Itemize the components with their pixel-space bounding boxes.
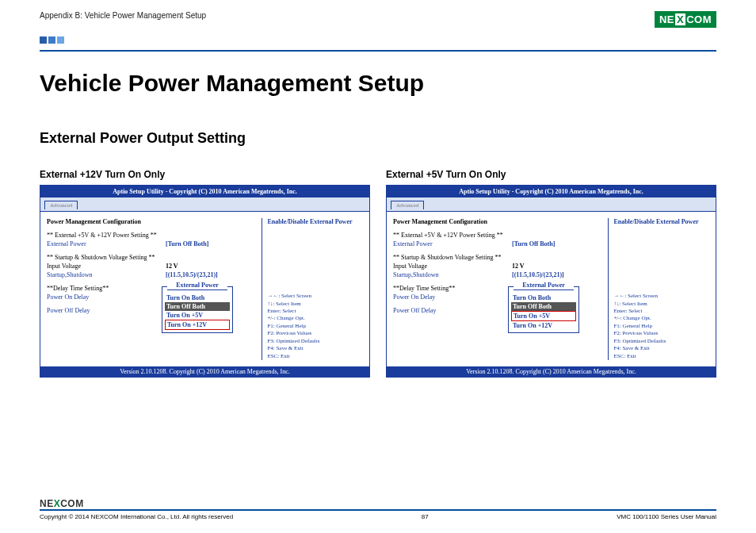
bios-tab-row: Advanced [40, 197, 369, 212]
popup-item[interactable]: Turn Off Both [511, 302, 576, 311]
header-rule [40, 50, 716, 52]
row-external-power[interactable]: External Power[Turn Off Both] [47, 240, 257, 247]
decorative-squares [40, 33, 716, 47]
popup-item[interactable]: Turn On +12V [165, 320, 230, 330]
bios-version: Version 2.10.1208. Copyright (C) 2010 Am… [387, 366, 716, 377]
external-power-popup: External PowerTurn On BothTurn Off BothT… [162, 286, 233, 333]
page-footer: NEXCOM Copyright © 2014 NEXCOM Internati… [0, 498, 756, 533]
popup-item[interactable]: Turn On Both [165, 293, 230, 302]
section-title: External Power Output Setting [40, 130, 716, 147]
bios-titlebar: Aptio Setup Utility - Copyright (C) 2010… [387, 186, 716, 197]
bios-panel-a: Aptio Setup Utility - Copyright (C) 2010… [40, 185, 370, 378]
logo-part-post: COM [686, 13, 712, 25]
popup-title: External Power [167, 281, 227, 290]
row-input-voltage: Input Voltage12 V [47, 263, 257, 270]
row-input-voltage: Input Voltage12 V [393, 263, 603, 270]
bios-version: Version 2.10.1208. Copyright (C) 2010 Am… [40, 366, 369, 377]
panel-b-col: External +5V Turn On Only Aptio Setup Ut… [386, 169, 716, 378]
popup-item[interactable]: Turn Off Both [165, 302, 230, 311]
bios-tab-row: Advanced [387, 197, 716, 212]
row-startup-shutdown[interactable]: Startup,Shutdown[(11.5,10.5)/(23,21)] [393, 271, 603, 278]
footer-page-no: 87 [422, 513, 429, 520]
popup-item[interactable]: Turn On Both [511, 293, 576, 302]
cfg-section-head: Power Management Configuration [393, 218, 603, 225]
bios-help-keys: →←: Select Screen↑↓: Select ItemEnter: S… [613, 293, 709, 360]
bios-titlebar: Aptio Setup Utility - Copyright (C) 2010… [40, 186, 369, 197]
breadcrumb: Appendix B: Vehicle Power Management Set… [40, 11, 206, 20]
popup-title: External Power [514, 281, 574, 290]
page-header: Appendix B: Vehicle Power Management Set… [0, 0, 756, 52]
footer-manual: VMC 100/1100 Series User Manual [617, 513, 716, 520]
panel-a-label: External +12V Turn On Only [40, 169, 370, 180]
page-title: Vehicle Power Management Setup [40, 70, 716, 97]
external-power-popup: External PowerTurn On BothTurn Off BothT… [508, 286, 579, 333]
footer-copyright: Copyright © 2014 NEXCOM International Co… [40, 513, 233, 520]
row-startup-shutdown[interactable]: Startup,Shutdown[(11.5,10.5)/(23,21)] [47, 271, 257, 278]
tab-advanced[interactable]: Advanced [44, 201, 78, 209]
bios-help-title: Enable/Disable External Power [267, 218, 363, 225]
panel-b-label: External +5V Turn On Only [386, 169, 716, 180]
tab-advanced[interactable]: Advanced [391, 201, 424, 209]
bios-panel-b: Aptio Setup Utility - Copyright (C) 2010… [386, 185, 716, 378]
cfg-section-head: Power Management Configuration [47, 218, 257, 225]
popup-item[interactable]: Turn On +5V [511, 311, 576, 321]
row-external-power[interactable]: External Power[Turn Off Both] [393, 240, 603, 247]
bios-help-keys: →←: Select Screen↑↓: Select ItemEnter: S… [267, 293, 363, 360]
footer-logo: NEXCOM [40, 498, 716, 509]
popup-item[interactable]: Turn On +5V [165, 311, 230, 320]
panel-a-col: External +12V Turn On Only Aptio Setup U… [40, 169, 370, 378]
popup-item[interactable]: Turn On +12V [511, 321, 576, 330]
logo-part-pre: NE [659, 13, 674, 25]
brand-logo: NEXCOM [655, 11, 716, 28]
logo-part-x: X [675, 13, 685, 25]
bios-help-title: Enable/Disable External Power [613, 218, 709, 225]
